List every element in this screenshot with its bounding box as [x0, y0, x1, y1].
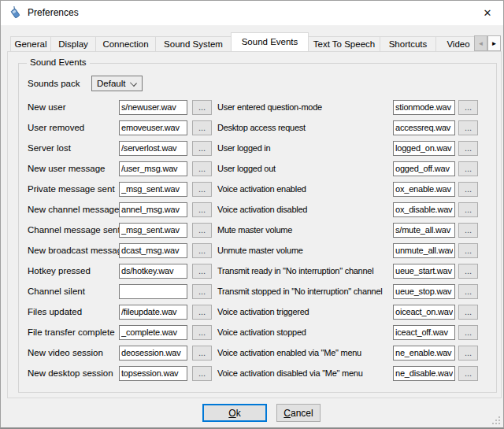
browse-button[interactable]: ...: [192, 141, 212, 156]
tab-general[interactable]: General: [10, 36, 51, 51]
groupbox-title: Sound Events: [27, 57, 90, 67]
resize-grip[interactable]: [492, 416, 500, 424]
browse-button[interactable]: ...: [458, 202, 478, 217]
sound-file-input[interactable]: [119, 141, 187, 156]
tab-connection[interactable]: Connection: [95, 36, 156, 51]
tab-bar: General Display Connection Sound System …: [10, 36, 481, 51]
table-row: User logged in ...: [217, 138, 478, 158]
browse-button[interactable]: ...: [458, 325, 478, 340]
browse-button[interactable]: ...: [458, 223, 478, 238]
table-row: Transmit stopped in "No interruption" ch…: [217, 281, 478, 301]
event-label: User entered question-mode: [217, 102, 393, 112]
sound-file-input[interactable]: [119, 223, 187, 238]
sound-file-input[interactable]: [119, 100, 187, 115]
preferences-dialog: Preferences ✕ Sound Events Sounds pack D…: [0, 0, 504, 429]
browse-button[interactable]: ...: [458, 243, 478, 258]
table-row: Files updated ...: [28, 301, 212, 322]
sound-file-input[interactable]: [119, 284, 187, 299]
tab-display[interactable]: Display: [50, 36, 96, 51]
sound-file-input[interactable]: [393, 325, 455, 340]
sound-file-input[interactable]: [393, 223, 455, 238]
titlebar[interactable]: Preferences ✕: [1, 1, 503, 25]
browse-button[interactable]: ...: [192, 223, 212, 238]
sound-file-input[interactable]: [119, 243, 187, 258]
sound-file-input[interactable]: [393, 202, 455, 217]
browse-button[interactable]: ...: [458, 161, 478, 176]
ok-button[interactable]: Ok: [202, 404, 267, 422]
event-label: Files updated: [28, 307, 119, 316]
sound-file-input[interactable]: [119, 161, 187, 176]
sound-file-input[interactable]: [393, 346, 455, 361]
browse-button[interactable]: ...: [458, 366, 478, 381]
event-label: User logged out: [217, 164, 393, 173]
sound-file-input[interactable]: [119, 264, 187, 279]
browse-button[interactable]: ...: [458, 182, 478, 197]
browse-button[interactable]: ...: [192, 161, 212, 176]
browse-button[interactable]: ...: [458, 141, 478, 156]
sound-file-input[interactable]: [119, 325, 187, 340]
event-label: Private message sent: [28, 184, 119, 194]
tab-sound-events[interactable]: Sound Events: [231, 32, 309, 51]
table-row: New broadcast message ...: [28, 240, 212, 261]
sound-file-input[interactable]: [119, 346, 187, 361]
sound-file-input[interactable]: [119, 202, 187, 217]
event-label: Desktop access request: [217, 123, 393, 132]
sound-file-input[interactable]: [393, 100, 455, 115]
cancel-button[interactable]: Cancel: [276, 404, 321, 422]
event-label: Hotkey pressed: [28, 266, 119, 276]
browse-button[interactable]: ...: [458, 346, 478, 361]
tab-scroll-right-icon[interactable]: ►: [487, 35, 501, 51]
sound-file-input[interactable]: [393, 305, 455, 320]
browse-button[interactable]: ...: [458, 120, 478, 135]
table-row: Voice activation disabled ...: [217, 199, 478, 220]
sound-file-input[interactable]: [119, 366, 187, 381]
event-label: User logged in: [217, 143, 393, 153]
event-label: Voice activation disabled: [217, 205, 393, 214]
event-label: Mute master volume: [217, 225, 393, 235]
sound-file-input[interactable]: [393, 264, 455, 279]
tab-text-to-speech[interactable]: Text To Speech: [308, 36, 380, 51]
browse-button[interactable]: ...: [192, 284, 212, 299]
sound-file-input[interactable]: [393, 141, 455, 156]
browse-button[interactable]: ...: [192, 325, 212, 340]
table-row: New desktop session ...: [28, 363, 212, 383]
sound-file-input[interactable]: [393, 182, 455, 197]
tab-sound-system[interactable]: Sound System: [155, 36, 232, 51]
sounds-pack-select[interactable]: Default: [91, 76, 143, 91]
table-row: Channel silent ...: [28, 281, 212, 301]
sound-file-input[interactable]: [119, 120, 187, 135]
right-event-column: User entered question-mode ... Desktop a…: [217, 97, 478, 383]
table-row: New user message ...: [28, 158, 212, 179]
browse-button[interactable]: ...: [192, 100, 212, 115]
event-label: Transmit stopped in "No interruption" ch…: [217, 287, 393, 296]
sound-file-input[interactable]: [393, 284, 455, 299]
table-row: Channel message sent ...: [28, 220, 212, 240]
browse-button[interactable]: ...: [192, 346, 212, 361]
sound-file-input[interactable]: [119, 182, 187, 197]
sound-file-input[interactable]: [393, 120, 455, 135]
browse-button[interactable]: ...: [192, 366, 212, 381]
browse-button[interactable]: ...: [192, 182, 212, 197]
browse-button[interactable]: ...: [192, 243, 212, 258]
browse-button[interactable]: ...: [458, 264, 478, 279]
table-row: Voice activation stopped ...: [217, 322, 478, 342]
tab-scroll-left-icon[interactable]: ◄: [474, 35, 487, 51]
close-icon[interactable]: ✕: [472, 1, 503, 24]
browse-button[interactable]: ...: [192, 202, 212, 217]
table-row: Voice activation triggered ...: [217, 301, 478, 322]
browse-button[interactable]: ...: [458, 284, 478, 299]
sound-file-input[interactable]: [393, 243, 455, 258]
tab-shortcuts[interactable]: Shortcuts: [380, 36, 436, 51]
browse-button[interactable]: ...: [192, 305, 212, 320]
browse-button[interactable]: ...: [458, 305, 478, 320]
sound-file-input[interactable]: [119, 305, 187, 320]
browse-button[interactable]: ...: [458, 100, 478, 115]
table-row: Transmit ready in "No interruption" chan…: [217, 261, 478, 281]
event-label: Voice activation enabled via "Me" menu: [217, 348, 393, 357]
table-row: New channel message ...: [28, 199, 212, 220]
sound-file-input[interactable]: [393, 161, 455, 176]
sound-file-input[interactable]: [393, 366, 455, 381]
browse-button[interactable]: ...: [192, 264, 212, 279]
browse-button[interactable]: ...: [192, 120, 212, 135]
sound-events-groupbox: Sound Events Sounds pack Default New use…: [18, 63, 497, 393]
